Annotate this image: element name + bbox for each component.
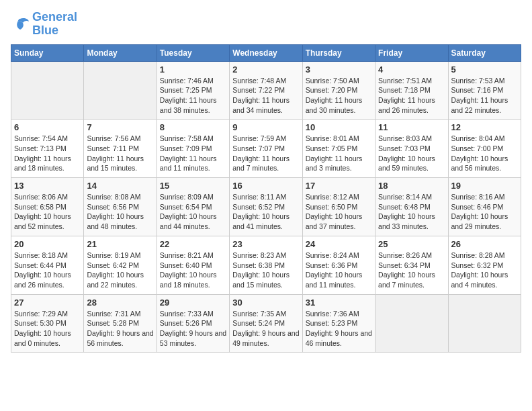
day-info: Sunrise: 8:14 AM Sunset: 6:48 PM Dayligh… (378, 192, 445, 232)
day-number: 11 (378, 122, 445, 132)
calendar-cell (375, 294, 448, 353)
day-info: Sunrise: 8:12 AM Sunset: 6:50 PM Dayligh… (306, 192, 372, 232)
day-info: Sunrise: 8:19 AM Sunset: 6:42 PM Dayligh… (87, 250, 153, 290)
day-number: 25 (378, 239, 445, 249)
calendar-table: SundayMondayTuesdayWednesdayThursdayFrid… (11, 44, 521, 353)
day-number: 21 (87, 239, 153, 249)
day-info: Sunrise: 8:28 AM Sunset: 6:32 PM Dayligh… (451, 250, 518, 290)
weekday-header: Tuesday (157, 44, 229, 61)
calendar-cell (84, 61, 157, 120)
calendar-cell: 28Sunrise: 7:31 AM Sunset: 5:28 PM Dayli… (84, 294, 157, 353)
weekday-header: Monday (84, 44, 157, 61)
day-info: Sunrise: 7:50 AM Sunset: 7:20 PM Dayligh… (306, 76, 372, 116)
calendar-cell: 16Sunrise: 8:11 AM Sunset: 6:52 PM Dayli… (230, 178, 302, 236)
logo-bird-icon (11, 16, 30, 32)
calendar-week-row: 13Sunrise: 8:06 AM Sunset: 6:58 PM Dayli… (11, 178, 521, 236)
day-info: Sunrise: 8:18 AM Sunset: 6:44 PM Dayligh… (14, 250, 81, 290)
calendar-cell (11, 61, 84, 120)
day-info: Sunrise: 8:24 AM Sunset: 6:36 PM Dayligh… (306, 250, 372, 290)
calendar-week-row: 1Sunrise: 7:46 AM Sunset: 7:25 PM Daylig… (11, 61, 521, 120)
day-info: Sunrise: 7:48 AM Sunset: 7:22 PM Dayligh… (232, 76, 299, 116)
calendar-cell: 31Sunrise: 7:36 AM Sunset: 5:23 PM Dayli… (302, 294, 375, 353)
calendar-cell: 6Sunrise: 7:54 AM Sunset: 7:13 PM Daylig… (11, 120, 84, 178)
day-number: 2 (232, 64, 299, 75)
day-number: 14 (87, 181, 153, 191)
day-info: Sunrise: 7:54 AM Sunset: 7:13 PM Dayligh… (14, 134, 81, 173)
day-info: Sunrise: 7:59 AM Sunset: 7:07 PM Dayligh… (232, 134, 299, 173)
weekday-header: Saturday (448, 44, 521, 61)
calendar-cell: 7Sunrise: 7:56 AM Sunset: 7:11 PM Daylig… (84, 120, 157, 178)
day-number: 18 (378, 181, 445, 191)
calendar-cell: 29Sunrise: 7:33 AM Sunset: 5:26 PM Dayli… (157, 294, 229, 353)
day-info: Sunrise: 8:11 AM Sunset: 6:52 PM Dayligh… (232, 192, 299, 232)
calendar-week-row: 6Sunrise: 7:54 AM Sunset: 7:13 PM Daylig… (11, 120, 521, 178)
calendar-cell: 30Sunrise: 7:35 AM Sunset: 5:24 PM Dayli… (230, 294, 302, 353)
day-number: 28 (87, 298, 153, 308)
calendar-cell: 25Sunrise: 8:26 AM Sunset: 6:34 PM Dayli… (375, 236, 448, 294)
calendar-cell: 5Sunrise: 7:53 AM Sunset: 7:16 PM Daylig… (448, 61, 521, 120)
calendar-cell: 2Sunrise: 7:48 AM Sunset: 7:22 PM Daylig… (230, 61, 302, 120)
day-number: 10 (306, 122, 372, 132)
day-info: Sunrise: 8:08 AM Sunset: 6:56 PM Dayligh… (87, 192, 153, 232)
day-number: 30 (232, 298, 299, 308)
calendar-cell: 14Sunrise: 8:08 AM Sunset: 6:56 PM Dayli… (84, 178, 157, 236)
page-header: General Blue (11, 11, 521, 38)
day-number: 13 (14, 181, 81, 191)
calendar-cell: 9Sunrise: 7:59 AM Sunset: 7:07 PM Daylig… (230, 120, 302, 178)
calendar-cell: 11Sunrise: 8:03 AM Sunset: 7:03 PM Dayli… (375, 120, 448, 178)
calendar-cell: 20Sunrise: 8:18 AM Sunset: 6:44 PM Dayli… (11, 236, 84, 294)
calendar-cell: 1Sunrise: 7:46 AM Sunset: 7:25 PM Daylig… (157, 61, 229, 120)
day-info: Sunrise: 8:21 AM Sunset: 6:40 PM Dayligh… (160, 250, 226, 290)
day-number: 15 (160, 181, 226, 191)
day-number: 16 (232, 181, 299, 191)
calendar-cell: 22Sunrise: 8:21 AM Sunset: 6:40 PM Dayli… (157, 236, 229, 294)
day-number: 26 (451, 239, 518, 249)
day-number: 5 (451, 64, 518, 75)
calendar-week-row: 20Sunrise: 8:18 AM Sunset: 6:44 PM Dayli… (11, 236, 521, 294)
logo: General Blue (11, 11, 77, 38)
day-number: 20 (14, 239, 81, 249)
calendar-cell: 24Sunrise: 8:24 AM Sunset: 6:36 PM Dayli… (302, 236, 375, 294)
calendar-cell (448, 294, 521, 353)
day-number: 23 (232, 239, 299, 249)
calendar-cell: 4Sunrise: 7:51 AM Sunset: 7:18 PM Daylig… (375, 61, 448, 120)
day-info: Sunrise: 8:06 AM Sunset: 6:58 PM Dayligh… (14, 192, 81, 232)
calendar-cell: 27Sunrise: 7:29 AM Sunset: 5:30 PM Dayli… (11, 294, 84, 353)
day-info: Sunrise: 7:46 AM Sunset: 7:25 PM Dayligh… (160, 76, 226, 116)
weekday-header: Thursday (302, 44, 375, 61)
day-info: Sunrise: 7:33 AM Sunset: 5:26 PM Dayligh… (160, 309, 226, 349)
day-number: 8 (160, 122, 226, 132)
day-info: Sunrise: 7:51 AM Sunset: 7:18 PM Dayligh… (378, 76, 445, 116)
calendar-cell: 23Sunrise: 8:23 AM Sunset: 6:38 PM Dayli… (230, 236, 302, 294)
weekday-header: Sunday (11, 44, 84, 61)
calendar-cell: 12Sunrise: 8:04 AM Sunset: 7:00 PM Dayli… (448, 120, 521, 178)
day-info: Sunrise: 7:31 AM Sunset: 5:28 PM Dayligh… (87, 309, 153, 349)
calendar-cell: 8Sunrise: 7:58 AM Sunset: 7:09 PM Daylig… (157, 120, 229, 178)
day-number: 7 (87, 122, 153, 132)
day-info: Sunrise: 8:09 AM Sunset: 6:54 PM Dayligh… (160, 192, 226, 232)
day-number: 24 (306, 239, 372, 249)
day-info: Sunrise: 8:01 AM Sunset: 7:05 PM Dayligh… (306, 134, 372, 173)
calendar-cell: 3Sunrise: 7:50 AM Sunset: 7:20 PM Daylig… (302, 61, 375, 120)
day-number: 17 (306, 181, 372, 191)
day-number: 29 (160, 298, 226, 308)
day-number: 9 (232, 122, 299, 132)
day-number: 4 (378, 64, 445, 75)
day-info: Sunrise: 7:53 AM Sunset: 7:16 PM Dayligh… (451, 76, 518, 116)
calendar-cell: 19Sunrise: 8:16 AM Sunset: 6:46 PM Dayli… (448, 178, 521, 236)
day-info: Sunrise: 7:35 AM Sunset: 5:24 PM Dayligh… (232, 309, 299, 349)
day-info: Sunrise: 7:58 AM Sunset: 7:09 PM Dayligh… (160, 134, 226, 173)
day-number: 12 (451, 122, 518, 132)
day-info: Sunrise: 7:56 AM Sunset: 7:11 PM Dayligh… (87, 134, 153, 173)
day-info: Sunrise: 8:16 AM Sunset: 6:46 PM Dayligh… (451, 192, 518, 232)
calendar-week-row: 27Sunrise: 7:29 AM Sunset: 5:30 PM Dayli… (11, 294, 521, 353)
calendar-cell: 26Sunrise: 8:28 AM Sunset: 6:32 PM Dayli… (448, 236, 521, 294)
logo-text: General Blue (32, 11, 77, 38)
calendar-cell: 13Sunrise: 8:06 AM Sunset: 6:58 PM Dayli… (11, 178, 84, 236)
day-info: Sunrise: 8:23 AM Sunset: 6:38 PM Dayligh… (232, 250, 299, 290)
weekday-header: Wednesday (230, 44, 302, 61)
calendar-cell: 15Sunrise: 8:09 AM Sunset: 6:54 PM Dayli… (157, 178, 229, 236)
day-number: 3 (306, 64, 372, 75)
day-info: Sunrise: 8:26 AM Sunset: 6:34 PM Dayligh… (378, 250, 445, 290)
day-info: Sunrise: 8:03 AM Sunset: 7:03 PM Dayligh… (378, 134, 445, 173)
